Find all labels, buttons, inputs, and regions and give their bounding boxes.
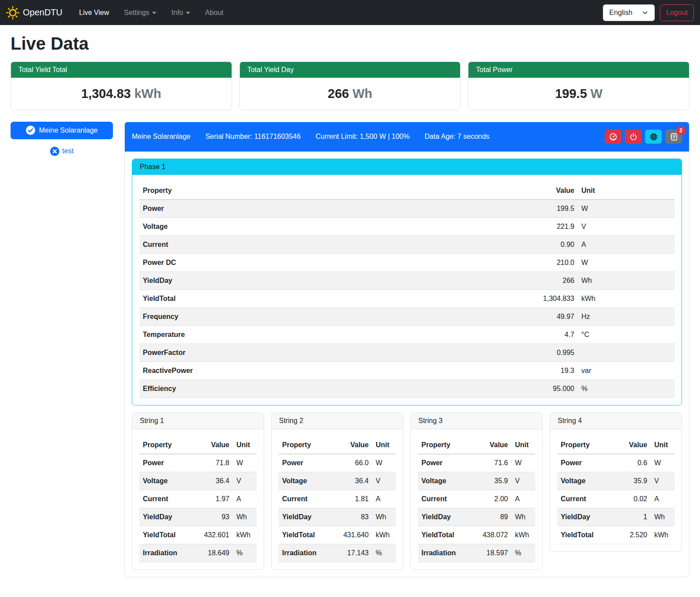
- string-card-title: String 2: [272, 413, 403, 429]
- language-select[interactable]: English: [603, 4, 655, 21]
- property-cell: Power: [557, 454, 610, 472]
- unit-cell: %: [511, 544, 535, 562]
- property-cell: YieldDay: [139, 508, 192, 526]
- unit-cell: %: [372, 544, 396, 562]
- table-row: Voltage35.9V: [418, 472, 535, 490]
- table-row: Frequency49.97Hz: [139, 308, 675, 326]
- unit-cell: var: [578, 362, 675, 380]
- summary-card-title: Total Power: [468, 62, 689, 78]
- value-cell: 89: [471, 508, 511, 526]
- property-cell: Current: [418, 490, 471, 508]
- value-cell: 0.995: [516, 344, 578, 362]
- brand[interactable]: OpenDTU: [6, 6, 62, 19]
- value-cell: 1.81: [332, 490, 372, 508]
- property-cell: YieldTotal: [557, 526, 610, 544]
- strings-row: String 1 Property Value Unit Power71.8WV…: [132, 412, 682, 570]
- summary-card-yield-total: Total Yield Total 1,304.83kWh: [11, 62, 232, 110]
- string-card-title: String 4: [550, 413, 682, 429]
- unit-cell: W: [372, 454, 396, 472]
- phase-card-title: Phase 1: [132, 159, 682, 175]
- speedometer-icon: [609, 133, 617, 141]
- nav-item-label: Settings: [124, 9, 149, 17]
- inverter-select-button[interactable]: Meine Solaranlage: [11, 122, 113, 139]
- table-row: YieldDay1Wh: [557, 508, 675, 526]
- table-row: Current1.97A: [139, 490, 257, 508]
- summary-card-value: 1,304.83: [81, 87, 131, 101]
- nav-item-label: Live View: [79, 9, 109, 17]
- check-circle-icon: [26, 126, 35, 135]
- event-count-badge: 2: [676, 126, 685, 135]
- table-row: Power71.6W: [418, 454, 535, 472]
- unit-cell: Wh: [372, 508, 396, 526]
- table-row: YieldTotal431.640kWh: [279, 526, 396, 544]
- inverter-name: Meine Solaranlage: [132, 133, 190, 141]
- property-cell: PowerFactor: [139, 344, 516, 362]
- nav-item-info[interactable]: Info: [165, 5, 196, 20]
- unit-cell: V: [511, 472, 535, 490]
- value-cell: 83: [332, 508, 372, 526]
- nav-item-settings[interactable]: Settings: [118, 5, 163, 20]
- value-cell: 199.5: [516, 199, 578, 217]
- unit-cell: V: [578, 217, 675, 235]
- property-cell: Irradiation: [418, 544, 471, 562]
- column-header-property: Property: [557, 436, 610, 454]
- string-card-1: String 1 Property Value Unit Power71.8WV…: [132, 412, 264, 570]
- sun-icon: [6, 6, 19, 19]
- property-cell: Irradiation: [279, 544, 332, 562]
- table-row: Irradiation18.597%: [418, 544, 535, 562]
- string-card-4: String 4 Property Value Unit Power0.6WVo…: [550, 412, 682, 552]
- value-cell: 71.6: [471, 454, 511, 472]
- logout-button[interactable]: Logout: [660, 4, 694, 21]
- value-cell: 1.97: [192, 490, 233, 508]
- table-row: Voltage35.9V: [557, 472, 675, 490]
- property-cell: Voltage: [418, 472, 471, 490]
- device-info-button[interactable]: [645, 130, 662, 144]
- column-header-value: Value: [471, 436, 511, 454]
- unit-cell: A: [651, 490, 675, 508]
- property-cell: Current: [139, 235, 516, 253]
- power-toggle-button[interactable]: [625, 130, 642, 144]
- property-cell: Voltage: [279, 472, 332, 490]
- inverter-item-test[interactable]: test: [11, 147, 113, 156]
- unit-cell: Wh: [578, 271, 675, 289]
- column-header-property: Property: [279, 436, 332, 454]
- value-cell: 19.3: [516, 362, 578, 380]
- property-cell: Voltage: [139, 472, 192, 490]
- property-cell: Voltage: [139, 217, 516, 235]
- value-cell: 36.4: [332, 472, 372, 490]
- string-table: Property Value Unit Power71.8WVoltage36.…: [139, 436, 257, 562]
- value-cell: 438.072: [471, 526, 511, 544]
- inverter-item-label: test: [62, 147, 74, 155]
- table-row: Current2.00A: [418, 490, 535, 508]
- inverter-serial: Serial Number: 116171603546: [205, 133, 301, 141]
- value-cell: 266: [516, 271, 578, 289]
- nav-item-about[interactable]: About: [199, 5, 230, 20]
- property-cell: YieldDay: [279, 508, 332, 526]
- unit-cell: Wh: [511, 508, 535, 526]
- value-cell: 0.90: [516, 235, 578, 253]
- column-header-value: Value: [332, 436, 372, 454]
- property-cell: Frequency: [139, 308, 516, 326]
- column-header-unit: Unit: [233, 436, 257, 454]
- summary-card-unit: kWh: [134, 87, 161, 101]
- table-row: Voltage36.4V: [279, 472, 396, 490]
- value-cell: 1,304.833: [516, 289, 578, 308]
- property-cell: YieldDay: [418, 508, 471, 526]
- table-row: Irradiation17.143%: [279, 544, 396, 562]
- unit-cell: W: [511, 454, 535, 472]
- value-cell: 1: [610, 508, 651, 526]
- value-cell: 0.6: [610, 454, 651, 472]
- value-cell: 71.8: [192, 454, 233, 472]
- event-log-button[interactable]: 2: [665, 130, 682, 144]
- property-cell: Power DC: [139, 253, 516, 271]
- table-row: Irradiation18.649%: [139, 544, 257, 562]
- property-cell: Power: [418, 454, 471, 472]
- nav-item-live-view[interactable]: Live View: [73, 5, 115, 20]
- property-cell: Power: [139, 199, 516, 217]
- table-row: Temperature4.7°C: [139, 326, 675, 344]
- power-icon: [629, 133, 638, 141]
- chevron-down-icon: [186, 12, 190, 14]
- limit-settings-button[interactable]: [605, 130, 621, 144]
- language-value: English: [609, 9, 632, 17]
- table-row: Power199.5W: [139, 199, 675, 217]
